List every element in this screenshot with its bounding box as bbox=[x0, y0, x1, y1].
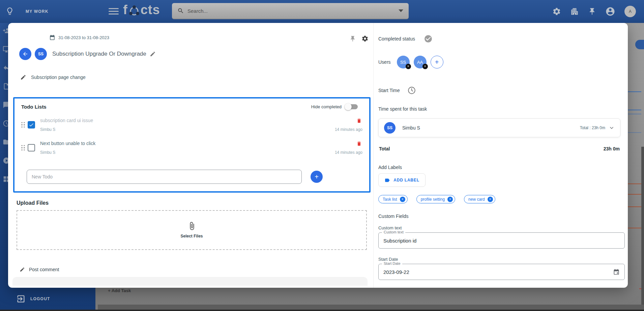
back-arrow-icon bbox=[22, 51, 28, 57]
add-task-link[interactable]: + Add Task bbox=[108, 288, 131, 293]
entry-name: Simbu S bbox=[402, 125, 580, 131]
todo-author: Simbu S bbox=[40, 150, 55, 155]
entry-total: Total : 23h 0m bbox=[580, 125, 605, 130]
background-card-edge bbox=[628, 110, 641, 110]
remove-user-icon[interactable]: × bbox=[422, 64, 428, 69]
todo-lists-heading: Todo Lists bbox=[21, 104, 47, 110]
label-chip[interactable]: Task list × bbox=[378, 195, 408, 203]
custom-text-input[interactable] bbox=[383, 238, 620, 244]
label-chip[interactable]: profile setting × bbox=[416, 195, 455, 203]
todo-item: Next button unable to click Simbu S 14 m… bbox=[21, 141, 362, 155]
completed-check-circle-icon[interactable] bbox=[424, 34, 433, 43]
new-todo-input[interactable] bbox=[27, 170, 302, 184]
background-card-edge bbox=[628, 183, 641, 184]
start-date-float-label: Start Date bbox=[382, 261, 402, 265]
task-description[interactable]: Subscription page change bbox=[31, 75, 86, 80]
remove-label-icon[interactable]: × bbox=[400, 197, 405, 202]
remove-label-icon[interactable]: × bbox=[447, 197, 453, 202]
organization-building-icon[interactable] bbox=[570, 7, 579, 16]
start-date-input[interactable] bbox=[383, 269, 613, 275]
comment-pencil-icon bbox=[20, 267, 25, 272]
total-value: 23h 0m bbox=[604, 146, 620, 151]
background-card-edge bbox=[628, 206, 641, 207]
paperclip-icon bbox=[187, 222, 196, 230]
user-avatar: SS × bbox=[397, 56, 410, 68]
account-icon[interactable] bbox=[605, 6, 615, 17]
todo-checkbox-unchecked[interactable] bbox=[28, 144, 35, 151]
custom-text-field-label: Custom text bbox=[378, 225, 625, 230]
hamburger-menu-icon[interactable] bbox=[109, 8, 119, 15]
window-bottom-edge bbox=[0, 310, 644, 311]
upload-files-heading: Upload Files bbox=[17, 200, 371, 206]
file-dropzone[interactable]: Select Files bbox=[17, 210, 367, 250]
comment-input-bar[interactable] bbox=[12, 277, 368, 286]
task-details-panel: Completed status Users SS × AA × + Start… bbox=[373, 23, 628, 288]
logout-icon bbox=[16, 294, 26, 304]
add-label-text: ADD LABEL bbox=[393, 178, 419, 182]
post-comment-label[interactable]: Post comment bbox=[29, 267, 59, 272]
chip-text: new card bbox=[468, 197, 485, 202]
background-card-edge bbox=[628, 114, 641, 114]
trash-icon bbox=[356, 141, 362, 147]
time-spent-entry[interactable]: SS Simbu S Total : 23h 0m bbox=[378, 118, 620, 137]
logout-label: LOGOUT bbox=[30, 296, 50, 301]
todo-text[interactable]: Next button unable to click bbox=[40, 141, 95, 146]
pin-icon[interactable] bbox=[588, 7, 596, 16]
delete-todo-button[interactable] bbox=[356, 141, 362, 147]
completed-status-label: Completed status bbox=[378, 36, 415, 41]
start-date-field: Start Date bbox=[378, 264, 625, 280]
date-picker-calendar-icon[interactable] bbox=[613, 268, 620, 275]
time-spent-heading: Time spent for this task bbox=[378, 106, 625, 112]
clock-icon[interactable] bbox=[407, 86, 416, 95]
select-files-label[interactable]: Select Files bbox=[180, 234, 203, 238]
add-user-button[interactable]: + bbox=[431, 56, 443, 68]
edit-description-pencil-icon[interactable] bbox=[20, 74, 26, 80]
chip-text: Task list bbox=[383, 197, 397, 202]
global-search[interactable] bbox=[172, 3, 409, 19]
search-dropdown-caret-icon[interactable] bbox=[399, 9, 403, 12]
total-label: Total bbox=[379, 146, 390, 151]
logout-button[interactable]: LOGOUT bbox=[16, 294, 50, 304]
settings-gear-icon[interactable] bbox=[552, 7, 561, 16]
user-avatar: AA × bbox=[414, 56, 427, 68]
background-card-edge bbox=[628, 194, 641, 195]
add-todo-button[interactable]: + bbox=[311, 171, 323, 183]
search-input[interactable] bbox=[187, 8, 399, 14]
entry-avatar: SS bbox=[384, 122, 396, 134]
tag-icon bbox=[384, 177, 390, 183]
label-chip[interactable]: new card × bbox=[464, 195, 495, 203]
profile-avatar[interactable]: A bbox=[624, 6, 636, 17]
custom-text-field: Custom text bbox=[378, 232, 625, 249]
my-work-label[interactable]: MY WORK bbox=[26, 9, 49, 14]
date-range-text: 31-08-2023 to 31-08-2023 bbox=[58, 35, 109, 40]
background-floating-button bbox=[635, 40, 644, 49]
start-date-field-label: Start Date bbox=[378, 257, 625, 262]
search-icon bbox=[177, 7, 184, 14]
hide-completed-toggle[interactable] bbox=[346, 104, 358, 109]
delete-todo-button[interactable] bbox=[356, 118, 362, 124]
todo-author: Simbu S bbox=[40, 127, 55, 132]
back-button[interactable] bbox=[19, 48, 31, 60]
topbar: MY WORK f cts A bbox=[0, 0, 644, 23]
todo-lists-section: Todo Lists Hide completed subscription c… bbox=[13, 97, 371, 193]
drag-handle-icon[interactable] bbox=[21, 145, 25, 151]
edit-title-pencil-icon[interactable] bbox=[150, 51, 156, 57]
drag-handle-icon[interactable] bbox=[21, 122, 25, 128]
todo-text[interactable]: subscription card ui issue bbox=[40, 118, 93, 123]
logo-text-end: cts bbox=[141, 3, 160, 17]
hide-completed-label: Hide completed bbox=[311, 104, 342, 109]
remove-user-icon[interactable]: × bbox=[406, 64, 411, 69]
start-time-label: Start Time bbox=[378, 88, 400, 93]
task-date-range[interactable]: 31-08-2023 to 31-08-2023 bbox=[49, 34, 371, 40]
pin-task-icon[interactable] bbox=[349, 35, 356, 42]
remove-label-icon[interactable]: × bbox=[488, 197, 493, 202]
logo-dots-circle-icon bbox=[128, 5, 140, 17]
add-label-button[interactable]: ADD LABEL bbox=[378, 173, 426, 187]
chevron-down-icon[interactable] bbox=[609, 125, 615, 131]
task-settings-gear-icon[interactable] bbox=[361, 35, 369, 42]
background-card-edge bbox=[628, 228, 641, 228]
task-main-column: 31-08-2023 to 31-08-2023 SS Subscription… bbox=[8, 23, 373, 288]
background-vertical-scrollbar[interactable] bbox=[641, 147, 644, 311]
logo-text-start: f bbox=[123, 3, 128, 17]
todo-checkbox-checked[interactable] bbox=[28, 121, 35, 129]
